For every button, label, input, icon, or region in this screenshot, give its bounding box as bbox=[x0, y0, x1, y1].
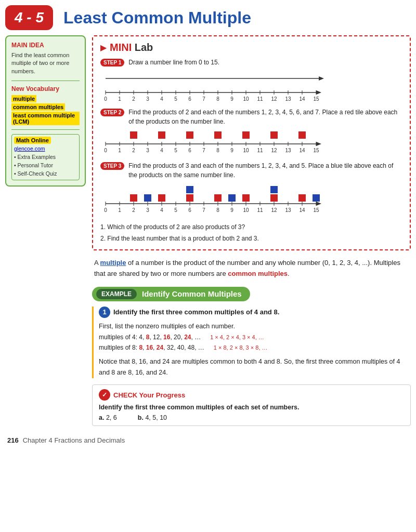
svg-rect-40 bbox=[242, 131, 250, 139]
content-area: ▶ MINI Lab STEP 1 Draw a number line fro… bbox=[92, 35, 411, 426]
check-question: Identify the first three common multiple… bbox=[99, 404, 404, 411]
svg-text:12: 12 bbox=[271, 207, 277, 213]
glencoe-link[interactable]: glencoe.com bbox=[14, 145, 77, 152]
svg-text:12: 12 bbox=[271, 96, 277, 102]
svg-rect-83 bbox=[298, 194, 306, 202]
svg-text:0: 0 bbox=[104, 96, 107, 102]
nl1-labels: 0 1 2 3 4 5 6 7 8 bbox=[100, 87, 324, 103]
number-line-2: 0 1 2 3 4 5 6 7 8 bbox=[100, 130, 402, 158]
svg-text:2: 2 bbox=[132, 96, 135, 102]
personal-tutor-item: • Personal Tutor bbox=[14, 162, 77, 170]
math-online-title: Math Online bbox=[14, 137, 51, 144]
step-1-badge: STEP 1 bbox=[100, 59, 124, 66]
step-3-text: Find the products of 3 and each of the n… bbox=[128, 161, 402, 180]
multiples-4-row: multiples of 4: 4, 8, 12, 16, 20, 24, … … bbox=[99, 332, 411, 342]
svg-text:10: 10 bbox=[243, 148, 249, 153]
svg-text:13: 13 bbox=[285, 96, 291, 102]
page-header: 4 - 5 Least Common Multiple bbox=[0, 0, 416, 35]
example-question: 1 Identify the first three common multip… bbox=[99, 307, 411, 318]
svg-text:14: 14 bbox=[299, 207, 305, 213]
mini-lab-header: ▶ MINI Lab bbox=[100, 42, 402, 54]
page-number: 216 bbox=[7, 436, 19, 444]
mini-lab-arrow-icon: ▶ bbox=[100, 43, 107, 52]
main-layout: MAIN IDEA Find the least common multiple… bbox=[0, 35, 416, 426]
multiples-8-row: multiples of 8: 8, 16, 24, 32, 40, 48, …… bbox=[99, 342, 411, 353]
mult-8-hint: 1 × 8, 2 × 8, 3 × 8, … bbox=[214, 343, 268, 353]
svg-text:13: 13 bbox=[285, 207, 291, 213]
question-2: 2. Find the least number that is a produ… bbox=[100, 233, 402, 245]
sidebar-card: MAIN IDEA Find the least common multiple… bbox=[5, 35, 86, 187]
svg-rect-87 bbox=[270, 186, 278, 193]
svg-rect-38 bbox=[186, 131, 193, 139]
svg-text:15: 15 bbox=[313, 148, 319, 153]
mult-4-hint: 1 × 4, 2 × 4, 3 × 4, … bbox=[210, 332, 264, 342]
svg-text:9: 9 bbox=[230, 96, 233, 102]
footer-chapter-text: Chapter 4 Fractions and Decimals bbox=[23, 436, 125, 444]
svg-text:15: 15 bbox=[313, 207, 319, 213]
vocab-lcm: least common multiple (LCM) bbox=[11, 112, 80, 125]
svg-marker-3 bbox=[316, 90, 321, 95]
step-1-text: Draw a number line from 0 to 15. bbox=[128, 58, 219, 67]
svg-text:0: 0 bbox=[104, 207, 107, 213]
example-label: EXAMPLE bbox=[96, 289, 137, 299]
common-multiples-highlight: common multiples bbox=[228, 270, 288, 277]
number-line-1: 0 1 2 3 4 5 6 7 8 bbox=[100, 71, 402, 104]
footer: 216 Chapter 4 Fractions and Decimals bbox=[0, 426, 416, 448]
self-check-quiz-item: • Self-Check Quiz bbox=[14, 170, 77, 178]
svg-text:5: 5 bbox=[174, 148, 177, 153]
mini-lab-questions: 1. Which of the products of 2 are also p… bbox=[100, 222, 402, 244]
step-2-badge: STEP 2 bbox=[100, 109, 124, 116]
svg-text:7: 7 bbox=[202, 207, 205, 213]
example-intro: First, list the nonzero multiples of eac… bbox=[99, 321, 411, 332]
svg-text:10: 10 bbox=[243, 207, 249, 213]
mini-lab-box: ▶ MINI Lab STEP 1 Draw a number line fro… bbox=[92, 35, 411, 250]
example-conclusion: Notice that 8, 16, and 24 are multiples … bbox=[99, 356, 411, 379]
example-content: 1 Identify the first three common multip… bbox=[92, 307, 411, 379]
question-1: 1. Which of the products of 2 are also p… bbox=[100, 222, 402, 233]
svg-text:2: 2 bbox=[132, 207, 135, 213]
svg-text:3: 3 bbox=[146, 207, 149, 213]
svg-text:8: 8 bbox=[216, 148, 219, 153]
svg-rect-36 bbox=[130, 131, 137, 139]
svg-text:11: 11 bbox=[257, 96, 263, 102]
svg-rect-86 bbox=[228, 194, 236, 202]
sidebar: MAIN IDEA Find the least common multiple… bbox=[5, 35, 86, 426]
multiple-highlight: multiple bbox=[100, 259, 126, 267]
vocab-title: New Vocabulary bbox=[11, 85, 80, 92]
lab-text: Lab bbox=[132, 42, 153, 53]
svg-text:8: 8 bbox=[216, 96, 219, 102]
svg-text:5: 5 bbox=[174, 96, 177, 102]
step-2-text: Find the products of 2 and each of the n… bbox=[128, 108, 402, 126]
svg-rect-80 bbox=[214, 194, 222, 202]
svg-rect-79 bbox=[186, 194, 193, 202]
nl2-svg: 0 1 2 3 4 5 6 7 8 bbox=[100, 130, 324, 156]
example-question-text: Identify the first three common multiple… bbox=[113, 308, 279, 316]
vocab-multiple: multiple bbox=[11, 95, 36, 102]
intro-text: A multiple of a number is the product of… bbox=[92, 258, 411, 280]
mini-lab-title: MINI Lab bbox=[110, 42, 153, 54]
svg-marker-44 bbox=[316, 142, 321, 146]
number-line-3: 0 1 2 3 4 5 6 7 8 bbox=[100, 184, 402, 218]
svg-rect-37 bbox=[158, 131, 165, 139]
svg-text:14: 14 bbox=[299, 148, 305, 153]
mini-text: MINI bbox=[110, 42, 132, 53]
page-title: Least Common Multiple bbox=[63, 8, 251, 28]
svg-rect-84 bbox=[144, 194, 151, 202]
svg-text:6: 6 bbox=[188, 207, 191, 213]
svg-rect-41 bbox=[270, 131, 278, 139]
example-header: EXAMPLE Identify Common Multiples bbox=[92, 287, 250, 301]
svg-text:10: 10 bbox=[243, 96, 249, 102]
check-header: ✓ CHECK Your Progress bbox=[99, 389, 404, 401]
svg-text:3: 3 bbox=[146, 96, 149, 102]
svg-text:4: 4 bbox=[160, 96, 163, 102]
math-online-box: Math Online glencoe.com • Extra Examples… bbox=[11, 134, 80, 180]
multiples-8-label: multiples of 8: 8, 16, 24, 32, 40, 48, … bbox=[99, 342, 204, 353]
step-2-row: STEP 2 Find the products of 2 and each o… bbox=[100, 108, 402, 126]
svg-rect-78 bbox=[158, 194, 165, 202]
main-idea-text: Find the least common multiple of two or… bbox=[11, 51, 80, 75]
check-title: CHECK Your Progress bbox=[113, 391, 185, 399]
svg-text:2: 2 bbox=[132, 148, 135, 153]
svg-text:6: 6 bbox=[188, 96, 191, 102]
svg-text:15: 15 bbox=[313, 96, 319, 102]
svg-text:4: 4 bbox=[160, 207, 163, 213]
